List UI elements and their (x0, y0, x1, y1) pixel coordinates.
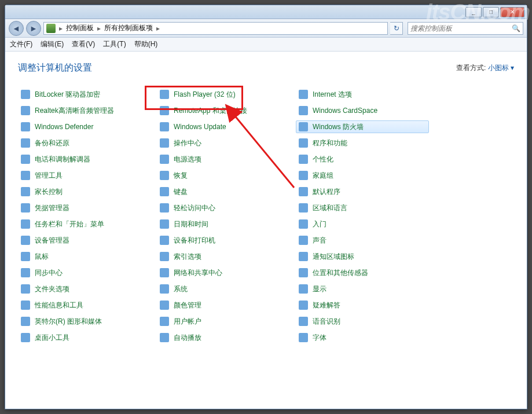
search-input[interactable] (410, 24, 509, 32)
forward-button[interactable]: ► (26, 21, 41, 36)
control-panel-item[interactable]: 位置和其他传感器 (296, 266, 429, 279)
control-panel-item[interactable]: Realtek高清晰音频管理器 (18, 104, 151, 117)
control-panel-item[interactable]: 颜色管理 (157, 299, 290, 312)
item-label: 索引选项 (174, 252, 201, 262)
control-panel-item[interactable]: 电话和调制解调器 (18, 153, 151, 166)
control-panel-item[interactable]: 鼠标 (18, 250, 151, 263)
control-panel-item[interactable]: 键盘 (157, 185, 290, 198)
item-label: 管理工具 (35, 171, 63, 181)
item-icon (299, 203, 308, 213)
control-panel-item[interactable]: 文件夹选项 (18, 283, 151, 295)
menu-help[interactable]: 帮助(H) (134, 39, 158, 49)
item-label: Windows CardSpace (313, 107, 377, 115)
control-panel-item[interactable]: Windows Defender (18, 120, 151, 133)
control-panel-item[interactable]: 日期和时间 (157, 218, 290, 230)
item-label: 设备管理器 (35, 236, 69, 246)
control-panel-item[interactable]: 系统 (157, 283, 290, 295)
control-panel-item[interactable]: 声音 (296, 234, 429, 247)
control-panel-item[interactable]: 字体 (296, 331, 429, 344)
menu-view[interactable]: 查看(V) (72, 39, 95, 49)
item-label: 轻松访问中心 (174, 203, 215, 213)
item-icon (299, 187, 308, 196)
item-label: 通知区域图标 (313, 252, 354, 262)
control-panel-item[interactable]: 疑难解答 (296, 299, 429, 312)
item-icon (21, 252, 30, 261)
control-panel-item[interactable]: 通知区域图标 (296, 250, 429, 263)
control-panel-item[interactable]: BitLocker 驱动器加密 (18, 88, 151, 101)
view-mode[interactable]: 查看方式: 小图标 ▾ (456, 63, 514, 73)
item-label: 桌面小工具 (35, 333, 69, 343)
item-icon (299, 138, 308, 148)
control-panel-item[interactable]: 家庭组 (296, 169, 429, 182)
control-panel-item[interactable]: 备份和还原 (18, 137, 151, 149)
control-panel-item[interactable]: 家长控制 (18, 185, 151, 198)
control-panel-item[interactable]: 恢复 (157, 169, 290, 182)
control-panel-item[interactable]: Windows CardSpace (296, 104, 429, 117)
close-button[interactable]: ✕ (500, 7, 524, 17)
item-icon (160, 252, 169, 261)
control-panel-item[interactable]: 轻松访问中心 (157, 201, 290, 214)
control-panel-item[interactable]: 桌面小工具 (18, 331, 151, 344)
item-icon (299, 90, 308, 99)
control-panel-item[interactable]: 区域和语言 (296, 201, 429, 214)
control-panel-item[interactable]: Internet 选项 (296, 88, 429, 101)
item-icon (160, 333, 169, 342)
maximize-button[interactable]: □ (483, 7, 499, 17)
titlebar: _ □ ✕ (5, 5, 527, 19)
control-panel-item[interactable]: 设备和打印机 (157, 234, 290, 247)
item-label: Realtek高清晰音频管理器 (35, 106, 114, 116)
content-area: 调整计算机的设置 查看方式: 小图标 ▾ BitLocker 驱动器加密Flas… (5, 52, 527, 409)
control-panel-item[interactable]: 自动播放 (157, 331, 290, 344)
control-panel-item[interactable]: Windows 防火墙 (296, 120, 429, 133)
menu-edit[interactable]: 编辑(E) (41, 39, 64, 49)
control-panel-item[interactable]: Flash Player (32 位) (157, 88, 290, 101)
breadcrumb-2[interactable]: 所有控制面板项 (104, 23, 153, 33)
minimize-button[interactable]: _ (465, 7, 482, 17)
refresh-button[interactable]: ↻ (390, 22, 403, 35)
item-icon (299, 333, 308, 342)
control-panel-item[interactable]: 默认程序 (296, 185, 429, 198)
chevron-down-icon[interactable]: ▾ (511, 64, 514, 72)
control-panel-item[interactable]: 操作中心 (157, 137, 290, 149)
item-icon (160, 187, 169, 196)
back-button[interactable]: ◄ (9, 21, 24, 36)
control-panel-item[interactable]: 入门 (296, 218, 429, 230)
control-panel-item[interactable]: 语音识别 (296, 315, 429, 328)
control-panel-item[interactable]: 设备管理器 (18, 234, 151, 247)
control-panel-item[interactable]: 电源选项 (157, 153, 290, 166)
control-panel-item[interactable]: 管理工具 (18, 169, 151, 182)
address-bar[interactable]: ▸ 控制面板 ▸ 所有控制面板项 ▸ (43, 22, 388, 35)
control-panel-item[interactable]: 网络和共享中心 (157, 266, 290, 279)
item-label: 颜色管理 (174, 301, 201, 310)
control-panel-item[interactable]: 英特尔(R) 图形和媒体 (18, 315, 151, 328)
item-label: 入门 (313, 219, 326, 229)
window-buttons: _ □ ✕ (464, 7, 524, 17)
control-panel-item[interactable]: 个性化 (296, 153, 429, 166)
view-mode-value[interactable]: 小图标 (488, 64, 509, 72)
control-panel-item[interactable]: Windows Update (157, 120, 290, 133)
item-icon (21, 155, 30, 164)
item-icon (21, 90, 30, 99)
control-panel-item[interactable]: 凭据管理器 (18, 201, 151, 214)
control-panel-item[interactable]: 用户帐户 (157, 315, 290, 328)
menu-tools[interactable]: 工具(T) (103, 39, 126, 49)
search-icon[interactable]: 🔍 (512, 24, 520, 32)
control-panel-item[interactable]: 程序和功能 (296, 137, 429, 149)
menu-file[interactable]: 文件(F) (10, 39, 32, 49)
control-panel-item[interactable]: RemoteApp 和桌面连接 (157, 104, 290, 117)
control-panel-item[interactable]: 同步中心 (18, 266, 151, 279)
item-icon (299, 284, 308, 294)
control-panel-item[interactable]: 性能信息和工具 (18, 299, 151, 312)
item-label: 家庭组 (313, 171, 333, 181)
breadcrumb-1[interactable]: 控制面板 (66, 23, 94, 33)
item-icon (299, 219, 308, 229)
control-panel-item[interactable]: 任务栏和「开始」菜单 (18, 218, 151, 230)
control-panel-item[interactable]: 索引选项 (157, 250, 290, 263)
item-icon (21, 138, 30, 148)
item-label: 程序和功能 (313, 138, 347, 148)
breadcrumb-sep: ▸ (59, 24, 63, 32)
search-box[interactable]: 🔍 (408, 22, 523, 35)
control-panel-item[interactable]: 显示 (296, 283, 429, 295)
item-icon (299, 252, 308, 261)
item-icon (21, 203, 30, 213)
